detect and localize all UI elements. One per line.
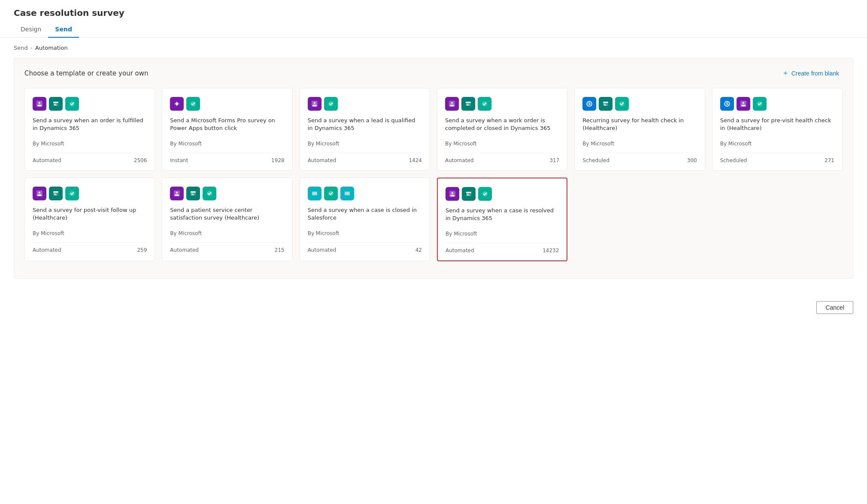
icon-green-check6	[753, 97, 767, 111]
card-dynamics-resolved[interactable]: Send a survey when a case is resolved in…	[437, 178, 567, 261]
icon-cyan-lines	[308, 187, 321, 200]
card-type: Automated	[446, 247, 474, 254]
card-salesforce-closed[interactable]: Send a survey when a case is closed in S…	[300, 178, 430, 261]
card-patient-service[interactable]: Send a patient service center satisfacti…	[162, 178, 292, 261]
icon-purple-db5	[33, 187, 46, 200]
icon-green-check	[65, 97, 79, 111]
svg-rect-20	[467, 104, 468, 105]
breadcrumb-send[interactable]: Send	[14, 45, 28, 51]
card-postvisit-followup[interactable]: Send a survey for post-visit follow up (…	[24, 178, 155, 261]
create-from-blank-button[interactable]: ＋ Create from blank	[779, 67, 843, 79]
card-count: 42	[415, 247, 422, 253]
card-icons	[170, 97, 284, 111]
icon-teal-db	[49, 97, 63, 111]
icon-purple-db4	[737, 97, 750, 111]
tab-design[interactable]: Design	[14, 21, 48, 38]
svg-point-47	[176, 192, 178, 193]
icon-teal-db3	[599, 97, 612, 111]
card-icons	[446, 187, 559, 201]
card-author: By Microsoft	[170, 230, 284, 236]
card-lead-qualified[interactable]: Send a survey when a lead is qualified i…	[300, 88, 430, 171]
icon-purple-db2	[308, 97, 321, 111]
card-footer: Automated 215	[170, 242, 284, 253]
card-icons	[308, 187, 422, 200]
svg-point-16	[451, 102, 453, 104]
cancel-button[interactable]: Cancel	[816, 301, 853, 314]
svg-rect-52	[191, 195, 194, 196]
card-title: Send a Microsoft Forms Pro survey on Pow…	[170, 117, 284, 137]
card-work-order[interactable]: Send a survey when a work order is compl…	[437, 88, 567, 171]
svg-rect-67	[467, 195, 470, 196]
icon-green-check2	[186, 97, 200, 111]
card-author: By Microsoft	[308, 230, 422, 236]
card-footer: Automated 14232	[446, 243, 559, 254]
card-title: Send a survey when an order is fulfilled…	[33, 117, 147, 137]
icon-blue-clock	[582, 97, 596, 111]
card-footer: Scheduled 271	[720, 153, 834, 163]
svg-point-35	[743, 102, 744, 104]
icon-green-check5	[615, 97, 629, 111]
card-title: Send a survey when a case is closed in S…	[308, 206, 422, 227]
card-title: Send a patient service center satisfacti…	[170, 206, 284, 227]
icon-purple-db3	[445, 97, 459, 111]
svg-rect-29	[604, 105, 606, 106]
svg-rect-4	[53, 102, 58, 103]
svg-rect-28	[604, 104, 606, 105]
svg-rect-59	[345, 193, 350, 194]
tab-send[interactable]: Send	[48, 21, 79, 38]
svg-rect-51	[191, 193, 193, 194]
card-author: By Microsoft	[445, 141, 559, 147]
svg-rect-44	[54, 195, 57, 196]
card-recurring-health[interactable]: Recurring survey for health check in (He…	[574, 88, 705, 171]
card-count: 271	[825, 157, 834, 163]
icon-purple-db7	[446, 187, 459, 201]
card-count: 1928	[271, 157, 285, 163]
svg-rect-56	[312, 194, 317, 195]
breadcrumb-separator: ›	[30, 45, 33, 51]
card-author: By Microsoft	[170, 141, 284, 147]
card-type: Automated	[445, 157, 474, 163]
card-title: Recurring survey for health check in (He…	[582, 117, 697, 137]
svg-point-17	[450, 105, 454, 106]
svg-point-36	[741, 105, 746, 106]
card-type: Automated	[33, 157, 61, 163]
card-icons	[33, 187, 147, 200]
svg-rect-5	[54, 104, 56, 105]
card-author: By Microsoft	[582, 141, 697, 147]
svg-point-12	[314, 102, 315, 104]
card-author: By Microsoft	[720, 141, 834, 147]
card-icons	[582, 97, 697, 111]
card-icons	[445, 97, 559, 111]
create-blank-label: Create from blank	[791, 70, 839, 77]
svg-rect-50	[191, 191, 196, 193]
card-footer: Automated 259	[33, 242, 147, 253]
content-area: Choose a template or create your own ＋ C…	[0, 58, 867, 293]
card-footer: Automated 317	[445, 153, 559, 163]
icon-purple-diamond	[170, 97, 184, 111]
svg-point-40	[37, 194, 42, 196]
card-forms-pro[interactable]: Send a Microsoft Forms Pro survey on Pow…	[162, 88, 292, 171]
card-previsit-health[interactable]: Send a survey for pre-visit health check…	[712, 88, 843, 171]
svg-point-39	[39, 192, 40, 193]
card-count: 317	[549, 157, 559, 163]
icon-blue-clock2	[720, 97, 734, 111]
card-dynamics-order[interactable]: Send a survey when an order is fulfilled…	[24, 88, 155, 171]
icon-green-check9	[324, 187, 338, 200]
card-title: Send a survey for pre-visit health check…	[720, 117, 834, 137]
svg-point-63	[450, 195, 455, 196]
template-section: Choose a template or create your own ＋ C…	[14, 58, 853, 279]
svg-rect-6	[54, 105, 57, 106]
icon-green-check10	[478, 187, 492, 201]
card-footer: Automated 1424	[308, 153, 422, 163]
icon-teal-db5	[186, 187, 200, 200]
icon-green-check8	[203, 187, 216, 200]
card-author: By Microsoft	[33, 141, 147, 147]
card-footer: Instant 1928	[170, 153, 284, 163]
card-icons	[308, 97, 422, 111]
icon-green-check7	[65, 187, 79, 200]
card-icons	[720, 97, 834, 111]
svg-rect-19	[466, 102, 471, 103]
card-count: 2506	[134, 157, 147, 163]
icon-purple-db6	[170, 187, 184, 200]
svg-rect-55	[312, 193, 317, 194]
